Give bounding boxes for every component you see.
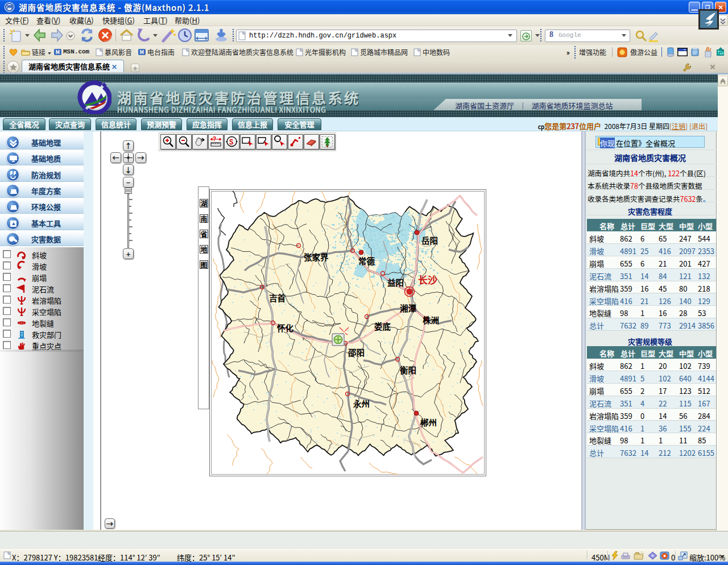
svg-text:郴州: 郴州	[420, 416, 437, 428]
svg-text:岳阳: 岳阳	[421, 234, 438, 246]
svg-text:张家界: 张家界	[304, 251, 329, 263]
svg-text:娄底: 娄底	[374, 320, 391, 332]
svg-text:长沙: 长沙	[418, 272, 437, 286]
svg-text:吉首: 吉首	[269, 292, 286, 304]
svg-text:邵阳: 邵阳	[348, 346, 365, 358]
svg-text:衡阳: 衡阳	[400, 364, 416, 376]
svg-text:永州: 永州	[353, 397, 370, 409]
svg-text:益阳: 益阳	[387, 276, 404, 288]
svg-text:S: S	[229, 136, 233, 146]
svg-text:常德: 常德	[358, 255, 375, 267]
svg-text:?: ?	[213, 135, 216, 143]
svg-text:株洲: 株洲	[423, 314, 439, 326]
svg-text:湘潭: 湘潭	[400, 302, 416, 314]
svg-text:怀化: 怀化	[277, 322, 293, 334]
